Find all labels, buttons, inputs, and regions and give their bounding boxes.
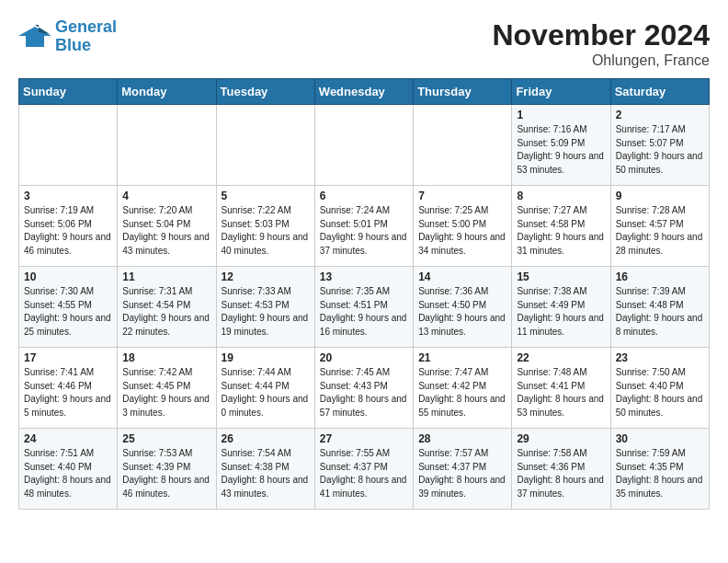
location: Ohlungen, France [492,52,710,69]
day-number: 7 [418,190,506,202]
day-number: 24 [24,432,112,445]
calendar-week-row: 1Sunrise: 7:16 AMSunset: 5:09 PMDaylight… [19,105,710,186]
day-info: Sunrise: 7:35 AMSunset: 4:51 PMDaylight:… [320,285,408,339]
calendar-cell: 6Sunrise: 7:24 AMSunset: 5:01 PMDaylight… [314,186,413,267]
day-number: 26 [222,432,310,445]
day-info: Sunrise: 7:20 AMSunset: 5:04 PMDaylight:… [122,204,210,258]
day-number: 23 [616,351,704,364]
day-number: 29 [517,432,605,445]
svg-marker-0 [18,27,51,47]
day-info: Sunrise: 7:51 AMSunset: 4:40 PMDaylight:… [24,447,112,500]
calendar-body: 1Sunrise: 7:16 AMSunset: 5:09 PMDaylight… [19,105,710,510]
day-number: 6 [320,190,408,202]
calendar-cell: 8Sunrise: 7:27 AMSunset: 4:58 PMDaylight… [512,186,610,267]
calendar-week-row: 24Sunrise: 7:51 AMSunset: 4:40 PMDayligh… [19,429,710,510]
day-info: Sunrise: 7:33 AMSunset: 4:53 PMDaylight:… [222,285,310,339]
calendar-cell [118,105,216,186]
title-block: November 2024 Ohlungen, France [492,18,710,69]
day-number: 5 [222,190,310,202]
calendar-table: SundayMondayTuesdayWednesdayThursdayFrid… [18,78,710,510]
calendar-cell: 21Sunrise: 7:47 AMSunset: 4:42 PMDayligh… [414,348,512,429]
calendar-cell: 26Sunrise: 7:54 AMSunset: 4:38 PMDayligh… [216,429,314,510]
day-info: Sunrise: 7:54 AMSunset: 4:38 PMDaylight:… [222,447,310,500]
day-number: 9 [616,190,704,202]
calendar-cell: 13Sunrise: 7:35 AMSunset: 4:51 PMDayligh… [314,267,413,348]
day-info: Sunrise: 7:47 AMSunset: 4:42 PMDaylight:… [418,366,506,419]
calendar-day-header: Sunday [19,79,118,105]
calendar-cell: 1Sunrise: 7:16 AMSunset: 5:09 PMDaylight… [512,105,610,186]
day-info: Sunrise: 7:30 AMSunset: 4:55 PMDaylight:… [24,285,112,339]
calendar-cell: 14Sunrise: 7:36 AMSunset: 4:50 PMDayligh… [414,267,512,348]
day-number: 25 [122,432,210,445]
calendar-day-header: Wednesday [314,79,413,105]
calendar-header-row: SundayMondayTuesdayWednesdayThursdayFrid… [19,79,710,105]
day-number: 14 [418,270,506,283]
day-info: Sunrise: 7:50 AMSunset: 4:40 PMDaylight:… [616,366,704,419]
calendar-cell: 20Sunrise: 7:45 AMSunset: 4:43 PMDayligh… [314,348,413,429]
calendar-cell: 19Sunrise: 7:44 AMSunset: 4:44 PMDayligh… [216,348,314,429]
logo: GeneralBlue [18,18,117,55]
month-title: November 2024 [492,18,710,52]
day-number: 13 [320,270,408,283]
calendar-cell: 7Sunrise: 7:25 AMSunset: 5:00 PMDaylight… [414,186,512,267]
calendar-cell: 2Sunrise: 7:17 AMSunset: 5:07 PMDaylight… [610,105,709,186]
calendar-cell [216,105,314,186]
day-info: Sunrise: 7:25 AMSunset: 5:00 PMDaylight:… [418,204,506,258]
calendar-day-header: Monday [118,79,216,105]
day-number: 10 [24,270,112,283]
calendar-cell: 9Sunrise: 7:28 AMSunset: 4:57 PMDaylight… [610,186,709,267]
day-info: Sunrise: 7:24 AMSunset: 5:01 PMDaylight:… [320,204,408,258]
day-number: 1 [517,109,605,121]
day-info: Sunrise: 7:45 AMSunset: 4:43 PMDaylight:… [320,366,408,419]
calendar-day-header: Saturday [610,79,709,105]
calendar-cell: 24Sunrise: 7:51 AMSunset: 4:40 PMDayligh… [19,429,118,510]
calendar-cell: 3Sunrise: 7:19 AMSunset: 5:06 PMDaylight… [19,186,118,267]
calendar-cell: 11Sunrise: 7:31 AMSunset: 4:54 PMDayligh… [118,267,216,348]
day-info: Sunrise: 7:59 AMSunset: 4:35 PMDaylight:… [616,447,704,500]
day-info: Sunrise: 7:39 AMSunset: 4:48 PMDaylight:… [616,285,704,339]
day-info: Sunrise: 7:16 AMSunset: 5:09 PMDaylight:… [517,123,605,177]
calendar-cell: 15Sunrise: 7:38 AMSunset: 4:49 PMDayligh… [512,267,610,348]
calendar-cell: 22Sunrise: 7:48 AMSunset: 4:41 PMDayligh… [512,348,610,429]
day-number: 21 [418,351,506,364]
calendar-cell: 12Sunrise: 7:33 AMSunset: 4:53 PMDayligh… [216,267,314,348]
day-number: 16 [616,270,704,283]
calendar-day-header: Tuesday [216,79,314,105]
calendar-week-row: 3Sunrise: 7:19 AMSunset: 5:06 PMDaylight… [19,186,710,267]
day-info: Sunrise: 7:42 AMSunset: 4:45 PMDaylight:… [122,366,210,419]
day-number: 11 [122,270,210,283]
day-info: Sunrise: 7:55 AMSunset: 4:37 PMDaylight:… [320,447,408,500]
calendar-cell: 16Sunrise: 7:39 AMSunset: 4:48 PMDayligh… [610,267,709,348]
calendar-cell: 29Sunrise: 7:58 AMSunset: 4:36 PMDayligh… [512,429,610,510]
day-info: Sunrise: 7:53 AMSunset: 4:39 PMDaylight:… [122,447,210,500]
day-number: 4 [122,190,210,202]
day-number: 27 [320,432,408,445]
day-info: Sunrise: 7:41 AMSunset: 4:46 PMDaylight:… [24,366,112,419]
day-info: Sunrise: 7:28 AMSunset: 4:57 PMDaylight:… [616,204,704,258]
day-number: 20 [320,351,408,364]
day-info: Sunrise: 7:22 AMSunset: 5:03 PMDaylight:… [222,204,310,258]
calendar-cell: 25Sunrise: 7:53 AMSunset: 4:39 PMDayligh… [118,429,216,510]
day-number: 8 [517,190,605,202]
day-info: Sunrise: 7:38 AMSunset: 4:49 PMDaylight:… [517,285,605,339]
day-number: 18 [122,351,210,364]
day-info: Sunrise: 7:17 AMSunset: 5:07 PMDaylight:… [616,123,704,177]
day-number: 17 [24,351,112,364]
calendar-day-header: Thursday [414,79,512,105]
day-number: 19 [222,351,310,364]
calendar-cell: 18Sunrise: 7:42 AMSunset: 4:45 PMDayligh… [118,348,216,429]
calendar-week-row: 17Sunrise: 7:41 AMSunset: 4:46 PMDayligh… [19,348,710,429]
calendar-cell [314,105,413,186]
day-info: Sunrise: 7:19 AMSunset: 5:06 PMDaylight:… [24,204,112,258]
calendar-cell [19,105,118,186]
day-number: 12 [222,270,310,283]
page-header: GeneralBlue November 2024 Ohlungen, Fran… [18,18,710,69]
day-info: Sunrise: 7:48 AMSunset: 4:41 PMDaylight:… [517,366,605,419]
day-number: 30 [616,432,704,445]
calendar-cell: 5Sunrise: 7:22 AMSunset: 5:03 PMDaylight… [216,186,314,267]
day-info: Sunrise: 7:57 AMSunset: 4:37 PMDaylight:… [418,447,506,500]
calendar-cell: 4Sunrise: 7:20 AMSunset: 5:04 PMDaylight… [118,186,216,267]
day-number: 15 [517,270,605,283]
calendar-day-header: Friday [512,79,610,105]
calendar-cell: 17Sunrise: 7:41 AMSunset: 4:46 PMDayligh… [19,348,118,429]
